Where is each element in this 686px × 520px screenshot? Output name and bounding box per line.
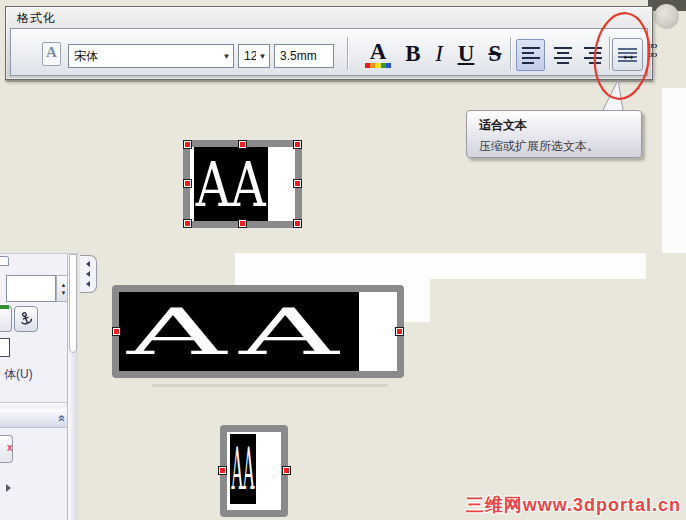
text-box-expanded[interactable]: AA [112,285,404,378]
left-triangle-icon [86,261,90,267]
italic-button[interactable]: I [427,37,451,71]
bold-button[interactable]: B [400,37,426,71]
resize-handle[interactable] [238,140,247,149]
flyout-pane-tab[interactable] [80,255,97,293]
align-left-button[interactable] [516,39,545,71]
left-triangle-icon [86,281,90,287]
font-name-combobox[interactable]: 宋体 ▼ [68,44,234,68]
green-mark [0,305,9,309]
highlighted-text-area: AA [230,434,256,504]
sheet-white-area [662,88,686,253]
chevron-down-icon[interactable]: ▼ [220,52,233,61]
formatting-toolbar-window: 格式化 A 宋体 ▼ 12 ▼ 3.5mm A [5,6,653,80]
resize-handle[interactable] [282,466,291,475]
resize-handle[interactable] [112,327,121,336]
align-right-button[interactable] [578,39,607,71]
underline-button[interactable]: U [452,37,480,71]
background-sphere-button [654,4,679,29]
panel-control-fragment [0,256,9,266]
panel-swatch-fragment [0,338,10,357]
text-content: AA [232,435,255,503]
color-rainbow-bar [365,63,391,68]
text-height-value: 3.5mm [280,49,317,63]
fit-text-tooltip: 适合文本 压缩或扩展所选文本。 [466,110,642,158]
anchor-icon [16,309,37,330]
resize-handle[interactable] [293,179,302,188]
fit-text-button[interactable]: ↔ [612,38,643,71]
text-box-normal[interactable]: AA [183,140,302,228]
tooltip-title: 适合文本 [479,117,641,134]
strikethrough-button[interactable]: S [481,37,509,71]
spinner-up-icon[interactable]: ▲ [61,282,67,288]
separator [609,37,610,70]
anchor-button[interactable] [14,306,38,332]
tooltip-description: 压缩或扩展所选文本。 [479,138,641,155]
window-title: 格式化 [17,10,56,27]
resize-handle[interactable] [293,219,302,228]
left-triangle-icon [86,271,90,277]
resize-handle[interactable] [183,179,192,188]
panel-value-input[interactable] [6,275,56,302]
resize-handle[interactable] [238,219,247,228]
font-document-icon: A [41,42,63,67]
textbox-shadow [152,384,388,387]
align-center-button[interactable] [548,39,577,71]
sheet-white-area [235,253,646,279]
formatting-toolbar: A 宋体 ▼ 12 ▼ 3.5mm A B I [10,28,648,76]
resize-handle[interactable] [218,466,227,475]
resize-handle[interactable] [395,327,404,336]
highlighted-text-area: AA [194,147,268,221]
collapse-chevron-icon[interactable]: » [53,415,68,422]
text-box-compressed[interactable]: AA [220,425,288,517]
fit-text-arrow-icon: ↔ [613,46,644,64]
property-manager-panel: ▲ ▼ 体(U) » x [0,253,78,520]
panel-button-fragment[interactable] [0,306,12,332]
stack-button-partial[interactable]: xx xx [650,41,657,69]
text-height-field[interactable]: 3.5mm [274,44,334,68]
panel-scrollbar[interactable] [67,254,78,520]
font-checkbox-label-fragment: 体(U) [4,366,33,383]
watermark-text: 三维网www.3dportal.cn [466,493,681,517]
spinner-down-icon[interactable]: ▼ [61,290,67,296]
text-content: AA [196,148,266,221]
scrollbar-thumb[interactable] [69,254,77,353]
resize-handle[interactable] [293,140,302,149]
separator [347,37,348,70]
font-name-value: 宋体 [69,48,220,65]
resize-handle[interactable] [183,219,192,228]
text-content: AA [127,295,352,369]
font-size-value: 12 [239,49,256,63]
separator [510,37,511,70]
chevron-down-icon[interactable]: ▼ [256,52,269,61]
resize-handle[interactable] [183,140,192,149]
pink-mark: x [7,442,13,453]
font-color-button[interactable]: A [357,37,399,71]
font-size-combobox[interactable]: 12 ▼ [238,44,270,68]
small-arrow-icon [6,484,11,492]
highlighted-text-area: AA [119,292,359,371]
